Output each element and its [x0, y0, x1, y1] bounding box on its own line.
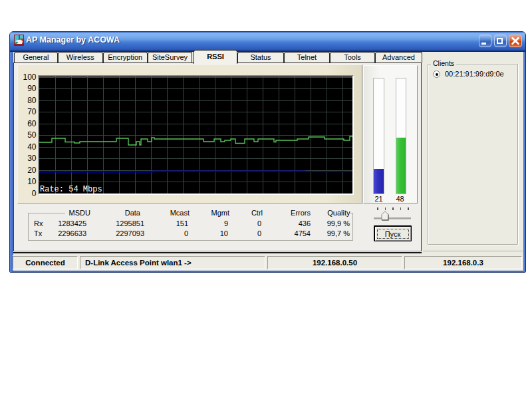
svg-text:Rate: 54 Mbps: Rate: 54 Mbps [40, 185, 102, 194]
